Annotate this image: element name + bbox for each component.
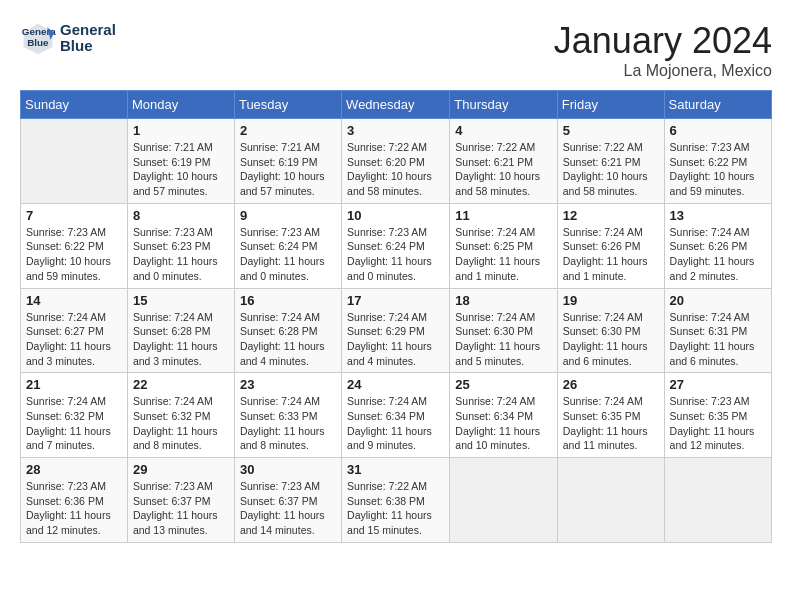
logo-icon: General Blue [20,20,56,56]
day-info: Sunrise: 7:23 AM Sunset: 6:22 PM Dayligh… [26,225,122,284]
day-info: Sunrise: 7:24 AM Sunset: 6:25 PM Dayligh… [455,225,551,284]
day-number: 14 [26,293,122,308]
day-info: Sunrise: 7:24 AM Sunset: 6:30 PM Dayligh… [563,310,659,369]
day-number: 8 [133,208,229,223]
day-info: Sunrise: 7:23 AM Sunset: 6:36 PM Dayligh… [26,479,122,538]
day-number: 19 [563,293,659,308]
calendar-cell: 12Sunrise: 7:24 AM Sunset: 6:26 PM Dayli… [557,203,664,288]
calendar-cell [557,458,664,543]
day-number: 5 [563,123,659,138]
day-number: 21 [26,377,122,392]
day-number: 13 [670,208,766,223]
calendar-table: SundayMondayTuesdayWednesdayThursdayFrid… [20,90,772,543]
day-info: Sunrise: 7:24 AM Sunset: 6:34 PM Dayligh… [455,394,551,453]
day-info: Sunrise: 7:21 AM Sunset: 6:19 PM Dayligh… [240,140,336,199]
day-number: 16 [240,293,336,308]
day-number: 20 [670,293,766,308]
calendar-cell: 2Sunrise: 7:21 AM Sunset: 6:19 PM Daylig… [234,119,341,204]
day-number: 31 [347,462,444,477]
day-info: Sunrise: 7:24 AM Sunset: 6:26 PM Dayligh… [670,225,766,284]
calendar-cell: 11Sunrise: 7:24 AM Sunset: 6:25 PM Dayli… [450,203,557,288]
calendar-cell: 1Sunrise: 7:21 AM Sunset: 6:19 PM Daylig… [127,119,234,204]
calendar-cell: 20Sunrise: 7:24 AM Sunset: 6:31 PM Dayli… [664,288,771,373]
day-info: Sunrise: 7:23 AM Sunset: 6:35 PM Dayligh… [670,394,766,453]
calendar-cell [21,119,128,204]
calendar-cell: 5Sunrise: 7:22 AM Sunset: 6:21 PM Daylig… [557,119,664,204]
calendar-cell: 8Sunrise: 7:23 AM Sunset: 6:23 PM Daylig… [127,203,234,288]
day-info: Sunrise: 7:23 AM Sunset: 6:37 PM Dayligh… [240,479,336,538]
day-number: 2 [240,123,336,138]
day-number: 12 [563,208,659,223]
calendar-cell [664,458,771,543]
day-number: 10 [347,208,444,223]
day-number: 27 [670,377,766,392]
calendar-cell: 15Sunrise: 7:24 AM Sunset: 6:28 PM Dayli… [127,288,234,373]
day-number: 22 [133,377,229,392]
day-number: 4 [455,123,551,138]
day-number: 15 [133,293,229,308]
day-info: Sunrise: 7:24 AM Sunset: 6:35 PM Dayligh… [563,394,659,453]
day-info: Sunrise: 7:23 AM Sunset: 6:23 PM Dayligh… [133,225,229,284]
page-header: General Blue General Blue January 2024 L… [20,20,772,80]
calendar-cell: 19Sunrise: 7:24 AM Sunset: 6:30 PM Dayli… [557,288,664,373]
logo-text-blue: Blue [60,38,116,55]
day-number: 6 [670,123,766,138]
day-info: Sunrise: 7:24 AM Sunset: 6:32 PM Dayligh… [133,394,229,453]
day-number: 23 [240,377,336,392]
day-info: Sunrise: 7:24 AM Sunset: 6:30 PM Dayligh… [455,310,551,369]
day-number: 18 [455,293,551,308]
weekday-header-friday: Friday [557,91,664,119]
calendar-cell: 10Sunrise: 7:23 AM Sunset: 6:24 PM Dayli… [342,203,450,288]
day-info: Sunrise: 7:24 AM Sunset: 6:34 PM Dayligh… [347,394,444,453]
weekday-header-sunday: Sunday [21,91,128,119]
calendar-cell: 14Sunrise: 7:24 AM Sunset: 6:27 PM Dayli… [21,288,128,373]
calendar-cell: 30Sunrise: 7:23 AM Sunset: 6:37 PM Dayli… [234,458,341,543]
day-number: 3 [347,123,444,138]
day-info: Sunrise: 7:24 AM Sunset: 6:33 PM Dayligh… [240,394,336,453]
title-block: January 2024 La Mojonera, Mexico [554,20,772,80]
calendar-title: January 2024 [554,20,772,62]
day-number: 25 [455,377,551,392]
calendar-cell: 7Sunrise: 7:23 AM Sunset: 6:22 PM Daylig… [21,203,128,288]
day-info: Sunrise: 7:22 AM Sunset: 6:38 PM Dayligh… [347,479,444,538]
calendar-cell: 6Sunrise: 7:23 AM Sunset: 6:22 PM Daylig… [664,119,771,204]
calendar-cell: 4Sunrise: 7:22 AM Sunset: 6:21 PM Daylig… [450,119,557,204]
day-info: Sunrise: 7:21 AM Sunset: 6:19 PM Dayligh… [133,140,229,199]
day-info: Sunrise: 7:22 AM Sunset: 6:21 PM Dayligh… [455,140,551,199]
day-number: 9 [240,208,336,223]
logo-text-general: General [60,22,116,39]
calendar-cell: 9Sunrise: 7:23 AM Sunset: 6:24 PM Daylig… [234,203,341,288]
calendar-cell [450,458,557,543]
calendar-cell: 21Sunrise: 7:24 AM Sunset: 6:32 PM Dayli… [21,373,128,458]
calendar-cell: 16Sunrise: 7:24 AM Sunset: 6:28 PM Dayli… [234,288,341,373]
calendar-cell: 3Sunrise: 7:22 AM Sunset: 6:20 PM Daylig… [342,119,450,204]
day-info: Sunrise: 7:23 AM Sunset: 6:22 PM Dayligh… [670,140,766,199]
calendar-cell: 17Sunrise: 7:24 AM Sunset: 6:29 PM Dayli… [342,288,450,373]
day-number: 1 [133,123,229,138]
calendar-cell: 23Sunrise: 7:24 AM Sunset: 6:33 PM Dayli… [234,373,341,458]
day-info: Sunrise: 7:22 AM Sunset: 6:21 PM Dayligh… [563,140,659,199]
day-number: 11 [455,208,551,223]
day-info: Sunrise: 7:23 AM Sunset: 6:37 PM Dayligh… [133,479,229,538]
calendar-subtitle: La Mojonera, Mexico [554,62,772,80]
calendar-cell: 28Sunrise: 7:23 AM Sunset: 6:36 PM Dayli… [21,458,128,543]
day-number: 26 [563,377,659,392]
calendar-cell: 22Sunrise: 7:24 AM Sunset: 6:32 PM Dayli… [127,373,234,458]
weekday-header-wednesday: Wednesday [342,91,450,119]
day-info: Sunrise: 7:24 AM Sunset: 6:31 PM Dayligh… [670,310,766,369]
day-info: Sunrise: 7:24 AM Sunset: 6:32 PM Dayligh… [26,394,122,453]
weekday-header-tuesday: Tuesday [234,91,341,119]
calendar-cell: 31Sunrise: 7:22 AM Sunset: 6:38 PM Dayli… [342,458,450,543]
svg-text:Blue: Blue [27,37,49,48]
logo: General Blue General Blue [20,20,116,56]
calendar-cell: 25Sunrise: 7:24 AM Sunset: 6:34 PM Dayli… [450,373,557,458]
calendar-cell: 26Sunrise: 7:24 AM Sunset: 6:35 PM Dayli… [557,373,664,458]
calendar-cell: 18Sunrise: 7:24 AM Sunset: 6:30 PM Dayli… [450,288,557,373]
day-number: 29 [133,462,229,477]
day-info: Sunrise: 7:22 AM Sunset: 6:20 PM Dayligh… [347,140,444,199]
day-info: Sunrise: 7:23 AM Sunset: 6:24 PM Dayligh… [347,225,444,284]
calendar-cell: 13Sunrise: 7:24 AM Sunset: 6:26 PM Dayli… [664,203,771,288]
day-info: Sunrise: 7:24 AM Sunset: 6:27 PM Dayligh… [26,310,122,369]
calendar-cell: 24Sunrise: 7:24 AM Sunset: 6:34 PM Dayli… [342,373,450,458]
calendar-cell: 29Sunrise: 7:23 AM Sunset: 6:37 PM Dayli… [127,458,234,543]
